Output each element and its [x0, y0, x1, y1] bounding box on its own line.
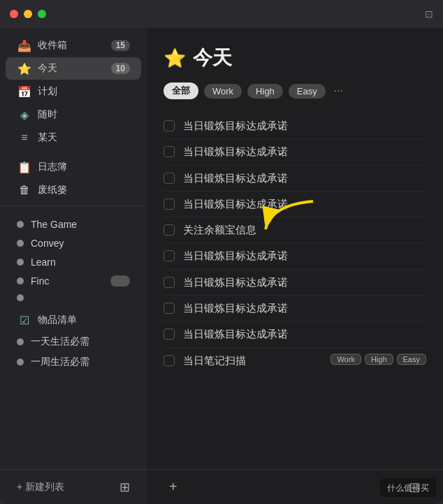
anytime-icon: ◈ [17, 107, 32, 122]
sidebar-item-trash[interactable]: 🗑 废纸篓 [6, 179, 141, 201]
sidebar-item-weekly[interactable]: 一周生活必需 [6, 352, 141, 372]
today-icon: ⭐ [17, 61, 32, 76]
task-item-5[interactable]: 关注余额宝信息 [164, 217, 426, 243]
task-text-4: 当日锻炼目标达成承诺 [183, 197, 426, 211]
project-dot-the-game [17, 221, 24, 228]
task-checkbox-5[interactable] [164, 224, 175, 236]
main-header: ⭐ 今天 全部 Work High Easy ··· [147, 28, 443, 108]
sidebar-item-someday[interactable]: ≡ 某天 [6, 127, 141, 149]
tag-easy: Easy [397, 354, 426, 365]
app-window: ⊡ 📥 收件箱 15 ⭐ 今天 10 📅 计划 [0, 0, 443, 504]
sidebar-label-inbox: 收件箱 [38, 39, 111, 52]
task-text-9: 当日锻炼目标达成承诺 [183, 327, 426, 341]
title-star-icon: ⭐ [164, 48, 186, 69]
sidebar-footer: + 新建列表 ⊞ [0, 469, 147, 504]
project-dot-finc [17, 278, 24, 285]
filter-high[interactable]: High [247, 84, 283, 99]
sidebar-item-convey[interactable]: Convey [6, 234, 141, 252]
task-text-7: 当日锻炼目标达成承诺 [183, 275, 426, 289]
plan-icon: 📅 [17, 84, 32, 99]
task-item-2[interactable]: 当日锻炼目标达成承诺 [164, 139, 426, 165]
sidebar-item-the-game[interactable]: The Game [6, 215, 141, 233]
filter-work[interactable]: Work [204, 84, 242, 99]
journal-icon: 📋 [17, 159, 32, 175]
sidebar-top: 📥 收件箱 15 ⭐ 今天 10 📅 计划 ◈ 随时 [0, 28, 147, 469]
maximize-button[interactable] [38, 10, 46, 18]
sidebar-label-plan: 计划 [38, 85, 130, 98]
inbox-icon: 📥 [17, 38, 32, 53]
sidebar-item-plan[interactable]: 📅 计划 [6, 80, 141, 103]
filter-easy[interactable]: Easy [289, 84, 326, 99]
sidebar-label-journal: 日志簿 [38, 161, 130, 173]
sidebar-label-someday: 某天 [38, 131, 130, 144]
task-item-6[interactable]: 当日锻炼目标达成承诺 [164, 243, 426, 269]
sidebar-label-learn: Learn [31, 257, 130, 268]
daily-dot [17, 338, 24, 345]
task-text-2: 当日锻炼目标达成承诺 [183, 145, 426, 159]
sidebar-item-learn[interactable]: Learn [6, 253, 141, 271]
filter-more-button[interactable]: ··· [331, 83, 346, 99]
watermark: 什么值得买 [380, 478, 436, 497]
task-item-4[interactable]: 当日锻炼目标达成承诺 [164, 192, 426, 217]
filter-bar: 全部 Work High Easy ··· [164, 82, 426, 99]
sidebar-item-journal[interactable]: 📋 日志簿 [6, 156, 141, 178]
task-checkbox-9[interactable] [164, 329, 175, 340]
add-list-button[interactable]: + 新建列表 [11, 478, 70, 496]
sidebar-item-inbox[interactable]: 📥 收件箱 15 [6, 34, 141, 57]
sidebar: 📥 收件箱 15 ⭐ 今天 10 📅 计划 ◈ 随时 [0, 28, 147, 504]
tag-high: High [365, 354, 393, 365]
title-bar: ⊡ [0, 0, 443, 28]
task-text-8: 当日锻炼目标达成承诺 [183, 301, 426, 315]
task-item-1[interactable]: 当日锻炼目标达成承诺 [164, 113, 426, 139]
main-panel: ⭐ 今天 全部 Work High Easy ··· 当日锻炼目标达成承诺 [147, 28, 443, 504]
sidebar-label-finc: Finc [31, 275, 110, 287]
task-item-10[interactable]: 当日笔记扫描 Work High Easy [164, 348, 426, 373]
sidebar-label-weekly: 一周生活必需 [31, 356, 130, 368]
close-button[interactable] [10, 10, 18, 18]
add-task-button[interactable]: + [164, 476, 183, 498]
sidebar-item-finc[interactable]: Finc [6, 272, 141, 290]
task-checkbox-8[interactable] [164, 303, 175, 314]
inbox-badge: 15 [111, 40, 130, 51]
window-icon: ⊡ [425, 8, 433, 20]
task-item-9[interactable]: 当日锻炼目标达成承诺 [164, 322, 426, 347]
sidebar-label-the-game: The Game [31, 219, 130, 230]
sidebar-item-anytime[interactable]: ◈ 随时 [6, 103, 141, 126]
traffic-lights [10, 10, 46, 18]
sidebar-item-daily[interactable]: 一天生活必需 [6, 332, 141, 352]
task-checkbox-2[interactable] [164, 146, 175, 157]
sidebar-label-daily: 一天生活必需 [31, 336, 130, 348]
task-checkbox-10[interactable] [164, 355, 175, 366]
sidebar-label-convey: Convey [31, 238, 130, 249]
sidebar-label-today: 今天 [38, 62, 111, 75]
sidebar-item-shopping[interactable]: ☑ 物品清单 [6, 309, 141, 331]
task-text-10: 当日笔记扫描 [183, 354, 325, 368]
main-title: ⭐ 今天 [164, 45, 426, 71]
task-item-3[interactable]: 当日锻炼目标达成承诺 [164, 166, 426, 192]
someday-icon: ≡ [17, 130, 32, 145]
task-checkbox-7[interactable] [164, 277, 175, 288]
tag-work: Work [331, 354, 361, 365]
project-dot-convey [17, 240, 24, 247]
filter-all[interactable]: 全部 [164, 82, 198, 99]
add-list-label: + 新建列表 [17, 481, 64, 492]
task-list: 当日锻炼目标达成承诺 当日锻炼目标达成承诺 当日锻炼目标达成承诺 当日锻炼目标达… [147, 108, 443, 469]
sidebar-item-unknown[interactable] [6, 291, 141, 305]
sidebar-label-trash: 废纸篓 [38, 184, 130, 196]
task-checkbox-1[interactable] [164, 120, 175, 131]
task-text-6: 当日锻炼目标达成承诺 [183, 249, 426, 263]
task-checkbox-4[interactable] [164, 199, 175, 210]
task-checkbox-3[interactable] [164, 173, 175, 184]
sidebar-item-today[interactable]: ⭐ 今天 10 [6, 57, 141, 80]
weekly-dot [17, 359, 24, 366]
minimize-button[interactable] [24, 10, 32, 18]
task-text-1: 当日锻炼目标达成承诺 [183, 119, 426, 133]
finc-toggle[interactable] [110, 275, 130, 287]
task-tags-10: Work High Easy [331, 354, 426, 365]
task-item-7[interactable]: 当日锻炼目标达成承诺 [164, 270, 426, 296]
tune-button[interactable]: ⊞ [114, 477, 136, 498]
task-item-8[interactable]: 当日锻炼目标达成承诺 [164, 296, 426, 322]
task-checkbox-6[interactable] [164, 250, 175, 261]
content-area: 📥 收件箱 15 ⭐ 今天 10 📅 计划 ◈ 随时 [0, 28, 443, 504]
trash-icon: 🗑 [17, 182, 32, 198]
